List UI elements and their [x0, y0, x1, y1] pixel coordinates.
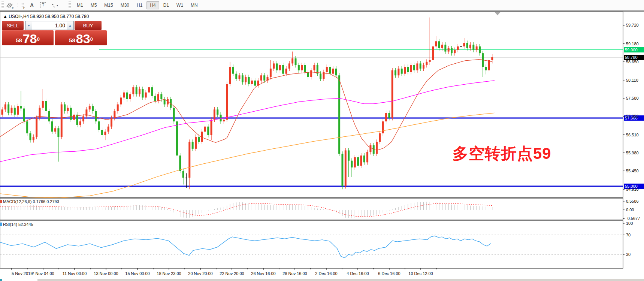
candle-body	[33, 137, 34, 140]
candle-body	[320, 74, 321, 79]
candle-body	[220, 115, 222, 121]
candle-body	[273, 63, 275, 69]
candle-body	[404, 67, 406, 74]
candle-body	[298, 65, 300, 70]
candle-body	[139, 89, 140, 94]
candle-body	[235, 74, 237, 79]
candle-body	[285, 69, 287, 74]
candle-body	[120, 97, 122, 104]
candle-body	[188, 142, 190, 178]
candle-body	[132, 87, 134, 94]
candle-body	[157, 94, 159, 101]
candle-body	[211, 120, 212, 135]
candle-body	[388, 113, 390, 118]
next-window-edge[interactable]	[37, 279, 644, 281]
candle-body	[160, 94, 162, 99]
volume-stepper: ▼ ▲	[25, 21, 74, 30]
candle-body	[1, 109, 3, 115]
candle-body	[92, 106, 94, 111]
buy-button[interactable]: BUY	[75, 21, 102, 30]
candle-body	[332, 69, 334, 74]
macd-handle-icon[interactable]	[0, 200, 2, 203]
volume-decrease-button[interactable]: ▼	[25, 21, 32, 30]
candle-body	[448, 48, 450, 51]
candle-body	[42, 101, 44, 108]
candle-body	[379, 133, 381, 142]
candle-body	[185, 178, 187, 178]
candle-body	[26, 121, 28, 133]
macd-panel[interactable]	[0, 198, 623, 220]
candle-body	[429, 60, 431, 62]
x-tick-label: 2 Dec 16:00	[315, 271, 337, 276]
rsi-panel[interactable]	[0, 221, 623, 268]
volume-increase-button[interactable]: ▲	[67, 21, 73, 30]
y-tick-label: 58.110	[626, 78, 638, 82]
candle-body	[360, 155, 362, 166]
rsi-handle-icon[interactable]	[0, 223, 2, 226]
candle-body	[79, 121, 81, 125]
candle-body	[310, 70, 312, 77]
y-tick-label: 54.910	[626, 187, 639, 191]
candle-body	[457, 46, 459, 50]
sell-price-main: 780	[23, 32, 40, 45]
candle-body	[348, 150, 350, 160]
rsi-tick-label: 30	[626, 252, 631, 257]
candle-body	[57, 128, 59, 137]
sell-button[interactable]: SELL	[2, 21, 24, 30]
time-axis[interactable]: 5 Nov 20197 Nov 04:0011 Nov 00:0013 Nov …	[12, 268, 436, 276]
candle-body	[154, 96, 156, 101]
candle-body	[485, 67, 487, 70]
candle-body	[260, 75, 262, 81]
x-tick-label: 10 Dec 12:00	[408, 271, 433, 276]
candle-body	[98, 121, 100, 130]
x-tick-label: 13 Nov 00:00	[94, 271, 118, 276]
candle-body	[142, 89, 143, 98]
candle-body	[276, 63, 278, 70]
volume-input[interactable]	[32, 21, 67, 30]
candle-body	[232, 67, 234, 74]
candle-body	[476, 46, 478, 50]
candle-body	[70, 108, 72, 120]
candle-body	[432, 46, 434, 60]
candle-body	[61, 105, 63, 137]
x-tick-label: 28 Nov 16:00	[282, 271, 307, 276]
x-tick-label: 5 Nov 2019	[12, 271, 33, 276]
candle-body	[242, 75, 244, 82]
x-tick-label: 11 Nov 00:00	[63, 271, 87, 276]
candle-body	[117, 105, 119, 111]
sell-price-tile[interactable]: 58 780	[2, 30, 54, 45]
y-tick-label: 59.720	[626, 23, 639, 27]
candle-body	[357, 157, 359, 166]
rsi-tick-label: 70	[626, 233, 631, 237]
chart-text-annotation[interactable]: 多空转折点59	[453, 143, 551, 164]
candle-body	[198, 137, 200, 142]
candle-body	[151, 87, 153, 96]
candle-body	[307, 72, 309, 77]
candle-body	[354, 157, 356, 167]
candle-body	[363, 155, 365, 162]
candle-body	[410, 65, 412, 72]
candle-body	[7, 105, 9, 113]
candle-body	[20, 106, 22, 108]
candle-body	[413, 65, 415, 70]
candle-body	[176, 121, 178, 155]
candle-body	[223, 120, 225, 122]
candle-body	[23, 109, 25, 122]
x-tick-label: 4 Dec 16:00	[347, 271, 369, 276]
buy-price-tile[interactable]: 58 830	[55, 30, 107, 45]
candle-body	[391, 70, 393, 118]
candle-body	[279, 65, 281, 70]
candle-body	[472, 45, 474, 50]
collapse-triangle-icon[interactable]: ▲	[3, 14, 7, 19]
y-tick-label: 58.650	[626, 60, 639, 64]
candle-body	[192, 142, 194, 149]
macd-tick-label: 0.5586	[626, 199, 639, 203]
candle-body	[129, 94, 131, 99]
candle-body	[376, 142, 378, 154]
x-tick-label: 7 Nov 04:00	[32, 271, 54, 276]
hline-chip-text: 58.780	[625, 55, 638, 60]
candle-body	[329, 67, 331, 74]
symbol-header: ▲ USOil-,H4 58.930 58.950 58.770 58.780	[3, 14, 89, 19]
macd-label: MACD(12,26,9) 0.1766 0.2793	[3, 199, 59, 204]
mt4-usoil-chart-window: { "toolbar": { "icons": [ {"name":"crayo…	[0, 0, 644, 281]
